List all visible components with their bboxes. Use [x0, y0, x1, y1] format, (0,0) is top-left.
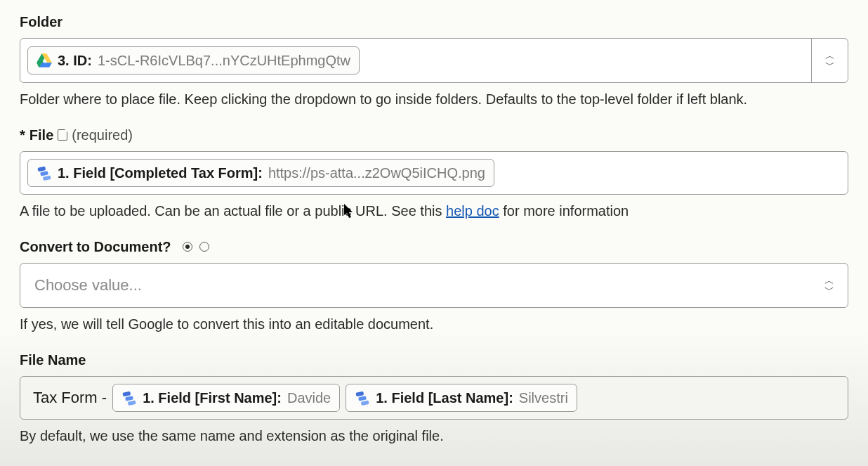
folder-help-text: Folder where to place file. Keep clickin…: [20, 90, 848, 109]
filename-pill2-value: Silvestri: [519, 389, 568, 407]
convert-dropdown-toggle[interactable]: ︿ ﹀: [811, 264, 848, 307]
required-note: (required): [72, 126, 133, 144]
svg-rect-7: [358, 396, 367, 401]
convert-radio-option-1[interactable]: [183, 242, 192, 252]
convert-placeholder: Choose value...: [27, 276, 142, 296]
svg-rect-6: [356, 391, 364, 397]
file-help-pre: A file to be uploaded. Can be an actual …: [20, 203, 446, 219]
folder-input-content: 3. ID: 1-sCL-R6IcVLBq7...nYCzUHtEphmgQtw: [27, 46, 805, 75]
svg-rect-0: [37, 167, 46, 172]
file-pill-prefix: 1. Field [Completed Tax Form]:: [58, 164, 263, 182]
filename-pill1-value: Davide: [287, 389, 331, 407]
file-pill-value: https://ps-atta...z2OwQ5iICHQ.png: [268, 164, 485, 182]
jotform-icon: [121, 390, 137, 406]
svg-rect-8: [361, 400, 369, 406]
svg-rect-2: [43, 175, 51, 181]
filename-help-text: By default, we use the same name and ext…: [20, 427, 848, 446]
filename-firstname-pill[interactable]: 1. Field [First Name]: Davide: [112, 384, 340, 412]
convert-select[interactable]: Choose value... ︿ ﹀: [20, 263, 848, 308]
convert-label: Convert to Document?: [20, 238, 848, 256]
chevron-down-icon: ﹀: [824, 285, 834, 295]
folder-label-text: Folder: [20, 13, 63, 31]
folder-pill-prefix: 3. ID:: [58, 51, 92, 70]
convert-select-content: Choose value...: [27, 276, 805, 296]
filename-input[interactable]: Tax Form - 1. Field [First Name]: Davide: [20, 376, 848, 420]
file-input-content: 1. Field [Completed Tax Form]: https://p…: [27, 159, 841, 187]
convert-label-text: Convert to Document?: [20, 238, 171, 256]
filename-static-text: Tax Form -: [27, 388, 107, 408]
file-field: * File (required) 1. Field [Completed Ta…: [20, 126, 848, 221]
file-label-text: File: [29, 126, 53, 144]
jotform-icon: [37, 165, 52, 181]
filename-pill1-prefix: 1. Field [First Name]:: [143, 389, 282, 407]
folder-field: Folder 3. ID: 1-sCL-R6IcVLBq7...nYCzUHtE…: [20, 13, 848, 109]
convert-help-text: If yes, we will tell Google to convert t…: [20, 315, 848, 334]
required-asterisk: *: [20, 126, 25, 144]
svg-rect-1: [40, 171, 48, 176]
filename-label: File Name: [20, 351, 848, 369]
google-drive-icon: [37, 53, 52, 67]
folder-dropdown-toggle[interactable]: ︿ ﹀: [811, 39, 848, 82]
svg-rect-4: [125, 396, 133, 401]
filename-pill2-prefix: 1. Field [Last Name]:: [376, 389, 513, 407]
filename-lastname-pill[interactable]: 1. Field [Last Name]: Silvestri: [346, 384, 577, 412]
convert-field: Convert to Document? Choose value... ︿ ﹀…: [20, 238, 848, 334]
folder-id-pill[interactable]: 3. ID: 1-sCL-R6IcVLBq7...nYCzUHtEphmgQtw: [27, 46, 360, 75]
file-help-text: A file to be uploaded. Can be an actual …: [20, 202, 848, 221]
help-doc-link[interactable]: help doc: [446, 203, 499, 219]
file-input[interactable]: 1. Field [Completed Tax Form]: https://p…: [20, 151, 848, 195]
jotform-icon: [355, 390, 370, 406]
chevron-down-icon: ﹀: [825, 60, 835, 70]
filename-field: File Name Tax Form - 1. Field [First Nam…: [20, 351, 848, 446]
file-help-post: for more information: [499, 203, 629, 219]
file-label: * File (required): [20, 126, 848, 144]
folder-input[interactable]: 3. ID: 1-sCL-R6IcVLBq7...nYCzUHtEphmgQtw…: [20, 38, 848, 83]
filename-input-content: Tax Form - 1. Field [First Name]: Davide: [27, 384, 841, 412]
folder-label: Folder: [20, 13, 848, 31]
document-icon: [58, 129, 67, 141]
filename-label-text: File Name: [20, 351, 86, 369]
convert-radio-option-2[interactable]: [199, 242, 209, 252]
folder-pill-value: 1-sCL-R6IcVLBq7...nYCzUHtEphmgQtw: [98, 51, 350, 70]
svg-rect-5: [128, 400, 136, 406]
svg-rect-3: [123, 391, 131, 397]
convert-radio-group: [183, 242, 209, 252]
file-field-pill[interactable]: 1. Field [Completed Tax Form]: https://p…: [27, 159, 494, 187]
